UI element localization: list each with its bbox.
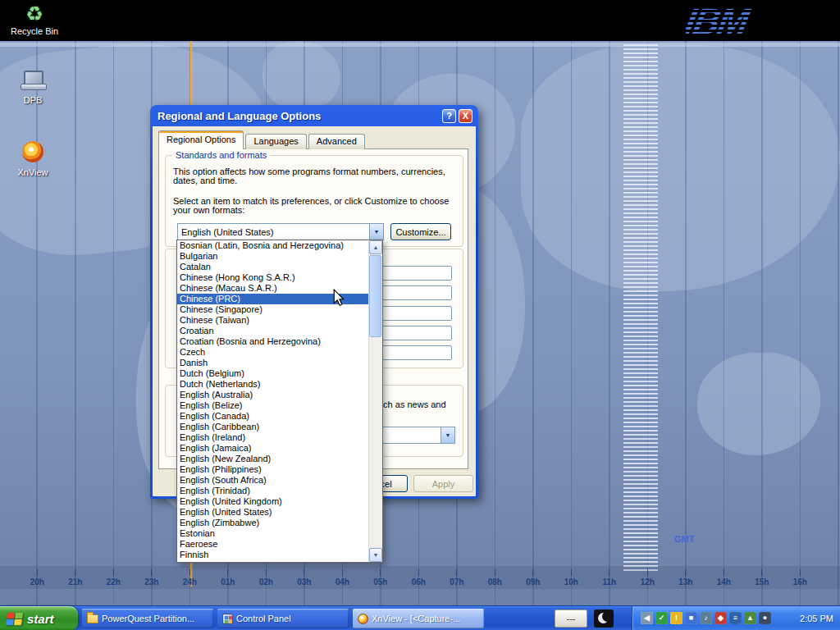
tab-strip: Regional OptionsLanguagesAdvanced [158, 131, 367, 149]
task-button-label: Control Panel [236, 614, 291, 623]
xnview-icon [22, 141, 43, 162]
list-item[interactable]: English (South Africa) [177, 475, 368, 486]
close-button[interactable]: X [459, 109, 472, 123]
list-item[interactable]: Faeroese [177, 539, 368, 550]
network-status-icon[interactable]: ≡ [729, 612, 742, 624]
standards-description: This option affects how some programs fo… [173, 167, 462, 185]
timezone-label: 04h [323, 569, 362, 587]
timezone-label: 14h [705, 569, 743, 587]
combobox-value: English (United States) [178, 227, 369, 237]
antivirus-status-icon[interactable]: ✓ [655, 612, 668, 624]
icon-label: Recycle Bin [8, 26, 61, 36]
language-list: Bosnian (Latin, Bosnia and Herzegovina)B… [176, 240, 383, 563]
apply-button[interactable]: Apply [413, 475, 473, 492]
format-combobox[interactable]: English (United States) ▼ [177, 223, 384, 240]
desktop-icon-dpb[interactable]: DPB [7, 71, 59, 105]
list-item[interactable]: Catalan [177, 262, 368, 272]
dialog-title: Regional and Language Options [158, 110, 440, 122]
list-item[interactable]: English (Trinidad) [177, 486, 368, 496]
customize-button[interactable]: Customize... [390, 223, 451, 240]
tab-advanced[interactable]: Advanced [308, 134, 365, 149]
timezone-label: 23h [133, 569, 171, 587]
list-item[interactable]: English (United Kingdom) [177, 496, 368, 507]
scroll-up-icon[interactable]: ▲ [369, 240, 382, 254]
list-item[interactable]: English (United States) [177, 507, 368, 518]
taskbar: start PowerQuest Partition... Control Pa… [0, 605, 840, 630]
list-item[interactable]: English (Caribbean) [177, 422, 368, 432]
safely-remove-hardware-icon[interactable]: ◀ [641, 612, 653, 624]
ibm-logo-stripes [686, 2, 784, 40]
scrollbar-thumb[interactable] [369, 255, 381, 337]
list-item[interactable]: Bosnian (Latin, Bosnia and Herzegovina) [177, 240, 368, 251]
list-item[interactable]: English (Australia) [177, 390, 368, 400]
security-alert-icon[interactable]: ! [670, 612, 682, 624]
scrollbar[interactable]: ▲ ▼ [368, 240, 382, 562]
folder-icon [87, 614, 98, 623]
desktop-icon-recycle-bin[interactable]: ♻ Recycle Bin [8, 3, 61, 36]
scroll-down-icon[interactable]: ▼ [369, 548, 382, 562]
tab-languages[interactable]: Languages [245, 134, 306, 149]
list-item[interactable]: Chinese (Hong Kong S.A.R.) [177, 272, 368, 283]
messenger-icon[interactable]: ◆ [714, 612, 727, 624]
volume-icon[interactable]: ♪ [700, 612, 712, 624]
list-item[interactable]: Bulgarian [177, 251, 368, 262]
list-item[interactable]: English (Philippines) [177, 464, 368, 475]
timezone-label: 01h [209, 569, 248, 587]
timezone-label: 09h [514, 569, 553, 587]
console-icon[interactable] [594, 609, 614, 628]
list-item[interactable]: Dutch (Netherlands) [177, 379, 368, 390]
display-settings-icon[interactable]: ■ [685, 612, 697, 624]
timezone-label: 21h [57, 569, 95, 587]
task-button-label: PowerQuest Partition... [102, 614, 194, 623]
timezone-label: 16h [781, 569, 819, 587]
laptop-icon [21, 71, 45, 90]
list-item[interactable]: Finnish [177, 550, 368, 560]
list-item[interactable]: English (Belize) [177, 400, 368, 411]
windows-flag-icon [6, 612, 24, 626]
list-item[interactable]: Croatian (Bosnia and Herzegovina) [177, 336, 368, 347]
list-item[interactable]: English (Jamaica) [177, 443, 368, 454]
dialog-titlebar[interactable]: Regional and Language Options ? X [153, 105, 476, 126]
system-tray: ◀✓!■♪◆≡▲● 2:05 PM [632, 606, 840, 630]
task-button[interactable]: Control Panel [217, 609, 349, 628]
list-item[interactable]: Chinese (Taiwan) [177, 315, 368, 326]
toolbar-mini-button[interactable]: --- [555, 609, 587, 628]
timezone-label: 02h [247, 569, 285, 587]
timezone-label: 24h [171, 569, 209, 587]
timezone-labels: 20h21h22h23h24h01h02h03h04h05h06h07h08h0… [18, 569, 819, 587]
list-item[interactable]: Croatian [177, 326, 368, 336]
timezone-label: 10h [552, 569, 591, 587]
icon-label: XnView [7, 167, 59, 177]
list-item[interactable]: Czech [177, 347, 368, 358]
dropdown-arrow-icon[interactable]: ▼ [441, 427, 454, 443]
desktop-icon-xnview[interactable]: XnView [7, 141, 59, 177]
list-item[interactable]: English (Canada) [177, 411, 368, 422]
tab-regional-options[interactable]: Regional Options [158, 130, 244, 149]
list-item[interactable]: Estonian [177, 528, 368, 539]
group-title: Standards and formats [172, 150, 270, 160]
list-item[interactable]: Dutch (Belgium) [177, 368, 368, 379]
desktop-top-bar: IBM [0, 0, 840, 41]
location-text: uch as news and [378, 399, 446, 409]
dropdown-arrow-icon[interactable]: ▼ [369, 224, 383, 240]
help-button[interactable]: ? [442, 109, 456, 123]
list-item[interactable]: English (Zimbabwe) [177, 518, 368, 528]
timezone-label: 05h [362, 569, 400, 587]
timezone-label: 22h [94, 569, 133, 587]
task-button[interactable]: XnView - [<Capture-... [353, 609, 484, 628]
timezone-label: 15h [743, 569, 782, 587]
task-scheduler-icon[interactable]: ● [759, 612, 771, 624]
battery-meter-icon[interactable]: ▲ [744, 612, 756, 624]
task-button[interactable]: PowerQuest Partition... [82, 609, 213, 628]
list-item[interactable]: English (Ireland) [177, 432, 368, 443]
list-item[interactable]: Danish [177, 358, 368, 368]
gmt-label: GMT [674, 534, 694, 544]
list-item[interactable]: English (New Zealand) [177, 454, 368, 464]
scrollbar-track[interactable] [369, 254, 382, 548]
start-button[interactable]: start [0, 606, 78, 630]
icon-label: DPB [7, 95, 59, 105]
taskbar-clock[interactable]: 2:05 PM [800, 614, 833, 623]
timezone-label: 08h [476, 569, 514, 587]
timezone-label: 03h [285, 569, 324, 587]
recycle-bin-icon: ♻ [25, 2, 43, 25]
